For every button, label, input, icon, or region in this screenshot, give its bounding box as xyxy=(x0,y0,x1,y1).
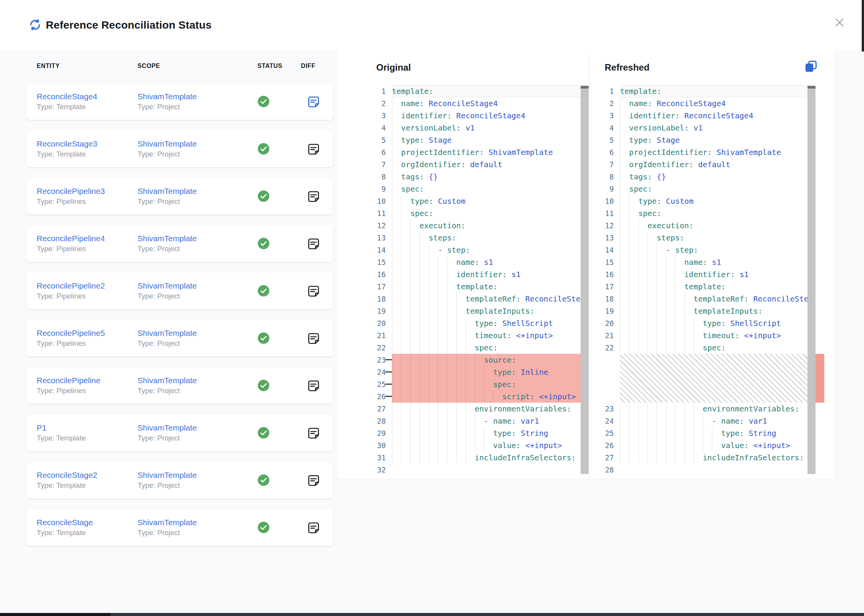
entity-link[interactable]: P1 xyxy=(37,423,86,432)
indent-guide xyxy=(456,403,457,415)
indent-guide xyxy=(703,427,703,439)
scope-link[interactable]: ShivamTemplate xyxy=(138,139,197,148)
indent-guide xyxy=(675,305,675,317)
scope-link[interactable]: ShivamTemplate xyxy=(138,376,197,385)
entity-row[interactable]: ReconcilePipeline2Type: PipelinesShivamT… xyxy=(26,273,333,309)
line-number: 16 xyxy=(364,268,392,281)
indent-guide xyxy=(638,329,639,342)
indent-guide xyxy=(638,219,639,232)
entity-link[interactable]: ReconcilePipeline3 xyxy=(37,187,105,196)
scope-link[interactable]: ShivamTemplate xyxy=(138,423,197,432)
indent-guide xyxy=(410,366,411,378)
indent-guide xyxy=(694,452,694,464)
indent-guide xyxy=(647,268,648,281)
entity-link[interactable]: ReconcileStage xyxy=(37,518,93,527)
diff-button[interactable] xyxy=(307,142,320,156)
scope-cell: ShivamTemplateType: Project xyxy=(138,376,197,395)
entity-row[interactable]: ReconcilePipeline3Type: PipelinesShivamT… xyxy=(26,178,333,214)
status-success-icon xyxy=(258,285,269,297)
line-number: 27 xyxy=(364,403,392,415)
line-number: 17 xyxy=(590,281,620,293)
line-number: 10 xyxy=(364,195,392,207)
entity-link[interactable]: ReconcilePipeline4 xyxy=(37,234,105,243)
diff-button[interactable] xyxy=(307,379,320,393)
indent-guide xyxy=(401,293,401,305)
entity-row[interactable]: P1Type: TemplateShivamTemplateType: Proj… xyxy=(26,414,333,451)
line-number: 2 xyxy=(364,97,392,110)
indent-guide xyxy=(419,232,420,244)
indent-guide xyxy=(647,244,648,256)
entity-row[interactable]: ReconcileStage2Type: TemplateShivamTempl… xyxy=(26,462,333,498)
indent-guide xyxy=(419,354,420,366)
entity-link[interactable]: ReconcilePipeline5 xyxy=(37,329,105,338)
line-number: 15 xyxy=(590,256,620,268)
entity-type-label: Type: Template xyxy=(37,481,97,490)
diff-button[interactable] xyxy=(307,332,320,345)
diff-button[interactable] xyxy=(307,426,320,440)
indent-guide xyxy=(620,134,620,146)
indent-guide xyxy=(620,427,620,439)
indent-guide xyxy=(620,244,620,256)
entity-link[interactable]: ReconcilePipeline2 xyxy=(37,281,105,290)
indent-guide xyxy=(620,158,620,171)
original-code-editor[interactable]: 1234567891011121314151617181920212223242… xyxy=(364,85,589,479)
scope-link[interactable]: ShivamTemplate xyxy=(138,187,197,196)
scope-link[interactable]: ShivamTemplate xyxy=(138,92,197,101)
line-number: 5 xyxy=(590,134,620,146)
entity-link[interactable]: ReconcileStage2 xyxy=(37,471,97,480)
indent-guide xyxy=(629,403,629,415)
indent-guide xyxy=(638,403,639,415)
indent-guide xyxy=(410,219,411,232)
indent-guide xyxy=(620,146,620,158)
indent-guide xyxy=(675,403,675,415)
scrollbar-thumb[interactable] xyxy=(807,86,815,474)
indent-guide xyxy=(438,452,438,464)
entity-row[interactable]: ReconcileStageType: TemplateShivamTempla… xyxy=(26,509,333,546)
scrollbar-thumb[interactable] xyxy=(581,86,589,474)
copy-button[interactable] xyxy=(803,59,819,74)
entity-link[interactable]: ReconcileStage4 xyxy=(37,92,97,101)
code-line: name: s1 xyxy=(620,256,815,268)
diff-button[interactable] xyxy=(307,284,320,298)
indent-guide xyxy=(620,305,620,317)
indent-guide xyxy=(419,305,420,317)
refreshed-code-editor[interactable]: 1234567891011121314151617181920212223242… xyxy=(590,85,815,479)
indent-guide xyxy=(675,415,675,427)
indent-guide xyxy=(456,354,457,366)
diff-button[interactable] xyxy=(307,190,320,203)
refreshed-panel: Refreshed 123456789101112131415161718192… xyxy=(590,51,834,479)
entity-cell: ReconcileStage3Type: Template xyxy=(37,139,97,158)
diff-button[interactable] xyxy=(307,95,320,109)
indent-guide xyxy=(447,403,447,415)
entity-row[interactable]: ReconcileStage3Type: TemplateShivamTempl… xyxy=(26,131,333,167)
entity-row[interactable]: ReconcilePipeline5Type: PipelinesShivamT… xyxy=(26,320,333,356)
scope-link[interactable]: ShivamTemplate xyxy=(138,234,197,243)
indent-guide xyxy=(666,427,666,439)
scope-link[interactable]: ShivamTemplate xyxy=(138,281,197,290)
scope-cell: ShivamTemplateType: Project xyxy=(138,329,197,348)
entity-row[interactable]: ReconcileStage4Type: TemplateShivamTempl… xyxy=(26,83,333,120)
diff-button[interactable] xyxy=(307,237,320,251)
entity-type-label: Type: Pipelines xyxy=(37,339,105,348)
indent-guide xyxy=(712,439,712,452)
diff-button[interactable] xyxy=(307,521,320,535)
line-number: 27 xyxy=(590,452,620,464)
indent-guide xyxy=(657,256,657,268)
indent-guide xyxy=(620,232,620,244)
entity-cell: ReconcilePipeline2Type: Pipelines xyxy=(37,281,105,300)
indent-guide xyxy=(466,439,466,452)
indent-guide xyxy=(429,452,429,464)
indent-guide xyxy=(429,366,429,378)
diff-button[interactable] xyxy=(307,474,320,487)
scope-link[interactable]: ShivamTemplate xyxy=(138,471,197,480)
entity-link[interactable]: ReconcileStage3 xyxy=(37,139,97,148)
indent-guide xyxy=(684,439,685,452)
entity-row[interactable]: ReconcilePipelineType: PipelinesShivamTe… xyxy=(26,367,333,404)
scope-cell: ShivamTemplateType: Project xyxy=(138,423,197,442)
scope-link[interactable]: ShivamTemplate xyxy=(138,518,197,527)
scope-link[interactable]: ShivamTemplate xyxy=(138,329,197,338)
indent-guide xyxy=(620,439,620,452)
close-button[interactable] xyxy=(831,15,848,31)
entity-link[interactable]: ReconcilePipeline xyxy=(37,376,100,385)
entity-row[interactable]: ReconcilePipeline4Type: PipelinesShivamT… xyxy=(26,225,333,262)
